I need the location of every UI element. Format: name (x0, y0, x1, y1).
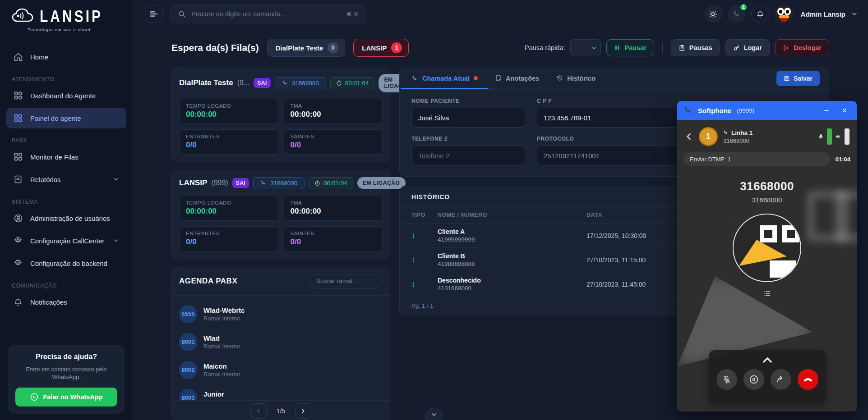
agenda-page-indicator: 1/5 (277, 407, 285, 415)
transfer-button[interactable] (771, 369, 791, 390)
cloud-voice-logo-icon (12, 7, 35, 25)
sidebar-item-config-backend[interactable]: Configuração do backend (6, 253, 126, 274)
avatar-mouth (780, 18, 788, 22)
caller-number-small: 31668000 (677, 196, 857, 204)
softphone-titlebar[interactable]: Softphone (9999) (677, 101, 857, 120)
logar-button[interactable]: Logar (725, 39, 770, 56)
agenda-search-input[interactable] (309, 274, 383, 288)
call-panel-tabs: Chamada Atual Anotações Histórico (400, 67, 829, 90)
whatsapp-button[interactable]: Falar no WhatsApp (15, 388, 117, 406)
stat-value: 0/0 (291, 237, 376, 247)
avatar-eye (760, 225, 777, 242)
phone-icon (282, 80, 288, 86)
user-circle-icon (14, 214, 23, 223)
agent-actions: Pausa rápida: Pausar Pausas (525, 39, 829, 56)
brand-name: LANSIP (40, 7, 103, 26)
sidebar-menu: Home ATENDIMENTO Dashboard do Agente Pai… (0, 36, 133, 340)
tab-anotacoes[interactable]: Anotações (495, 67, 539, 89)
active-call-number-chip[interactable]: 31668000 (275, 77, 326, 89)
tab-historico[interactable]: Histórico (556, 67, 596, 89)
agenda-list-item[interactable]: 8002 Maicon Ramal Interno (179, 356, 383, 384)
call-timer-chip: 00:01:04 (309, 177, 353, 189)
menu-toggle-button[interactable] (145, 5, 163, 23)
agenda-prev-page-button[interactable] (250, 403, 267, 419)
direction-badge: SAI (254, 78, 271, 88)
sidebar-item-admin-usuarios[interactable]: Administração de usuários (6, 208, 126, 228)
sidebar: LANSIP Tecnologia em voz e cloud Home AT… (0, 0, 133, 420)
agenda-list-item[interactable]: 8001 Wlad Ramal Interno (179, 328, 383, 356)
queue-chip-lansip[interactable]: LANSIP 1 (353, 39, 409, 57)
queue-chip-count: 1 (391, 42, 402, 53)
direction-badge: SAI (232, 178, 249, 188)
expand-controls-button[interactable] (762, 355, 773, 365)
sidebar-item-monitor-filas[interactable]: Monitor de Filas (6, 146, 126, 167)
bell-icon (14, 297, 23, 307)
deslogar-button[interactable]: Deslogar (775, 39, 829, 56)
extension-badge: 8003 (179, 389, 197, 400)
agenda-list-item[interactable]: 5555 Wlad-Webrtc Ramal Interno (179, 300, 383, 328)
numbered-list-icon[interactable] (677, 289, 857, 297)
close-button[interactable] (839, 105, 850, 116)
queue-name: DialPlate Teste (179, 78, 233, 87)
notifications-button[interactable] (751, 5, 769, 23)
agenda-list: 5555 Wlad-Webrtc Ramal Interno 8001 Wlad… (172, 296, 390, 400)
stat-label: ENTRANTES (186, 231, 272, 236)
agenda-next-page-button[interactable] (295, 403, 311, 419)
pause-button[interactable]: Pausar (606, 39, 654, 56)
history-number: 4131668000 (438, 285, 586, 292)
logar-button-label: Logar (744, 44, 762, 51)
pause-button-label: Pausar (624, 44, 646, 51)
call-duration: 01:04 (836, 156, 850, 163)
agenda-list-item[interactable]: 8003 Junior Ramal Interno (179, 384, 383, 400)
pausas-button[interactable]: Pausas (671, 39, 720, 56)
queue-chip-label: DialPlate Teste (276, 44, 323, 52)
sidebar-item-label: Dashboard do Agente (30, 92, 96, 100)
tab-chamada-atual[interactable]: Chamada Atual (411, 67, 478, 89)
active-call-indicator (474, 76, 478, 80)
dtmf-display: Enviar DTMF: 1 (683, 152, 830, 166)
sidebar-item-notificacoes[interactable]: Notificações (6, 292, 126, 312)
queue-ext: (9... (237, 79, 250, 87)
help-text: Entre em contato conosco pelo WhatsApp. (15, 365, 117, 381)
sidebar-item-painel-agente[interactable]: Painel do agente (6, 108, 126, 128)
search-icon (178, 10, 186, 18)
queue-chip-dialplate[interactable]: DialPlate Teste 0 (267, 39, 346, 57)
call-number: 31668000 (292, 80, 319, 87)
back-chevron-button[interactable] (684, 132, 693, 141)
chevron-down-icon[interactable] (851, 10, 858, 18)
theme-toggle-button[interactable] (704, 5, 722, 23)
stat-entrantes: ENTRANTES 0/0 (179, 129, 278, 155)
grid-icon (14, 114, 23, 123)
calls-button[interactable]: 1 (728, 5, 746, 23)
column-tipo: TIPO (411, 212, 438, 218)
stat-label: TMA (291, 200, 376, 205)
search-input[interactable] (191, 10, 341, 18)
global-search[interactable]: ⌘ K (170, 5, 366, 23)
sidebar-item-home[interactable]: Home (6, 46, 126, 67)
sidebar-item-dashboard-agente[interactable]: Dashboard do Agente (6, 85, 126, 106)
pausas-button-label: Pausas (689, 44, 712, 51)
column-nome-numero: NOME / NÚMERO (438, 212, 586, 218)
active-call-number-chip[interactable]: 31668000 (253, 177, 305, 189)
minimize-button[interactable] (821, 105, 832, 116)
pause-icon (614, 45, 620, 51)
agenda-title: AGENDA PABX (179, 277, 237, 286)
search-shortcut: ⌘ K (346, 11, 359, 18)
telefone-2-input[interactable] (411, 146, 525, 165)
history-name: Cliente B (438, 252, 586, 260)
line-row: 1 Linha 1 31668000 (677, 120, 857, 151)
sidebar-item-relatorios[interactable]: Relatórios (6, 169, 126, 190)
softphone-window: Softphone (9999) 1 Linha 1 (677, 100, 857, 412)
nome-paciente-input[interactable] (411, 108, 525, 128)
stat-label: TEMPO LOGADO (186, 103, 272, 109)
hold-button[interactable] (743, 369, 764, 390)
hangup-button[interactable] (798, 369, 818, 390)
quick-pause-select[interactable] (570, 39, 601, 56)
save-icon (784, 75, 790, 82)
mute-button[interactable] (716, 369, 737, 390)
line-number-badge[interactable]: 1 (699, 127, 718, 146)
user-avatar[interactable] (775, 5, 794, 23)
sidebar-item-config-callcenter[interactable]: Configuração CallCenter (6, 230, 126, 251)
save-button[interactable]: Salvar (776, 71, 820, 86)
gear-icon (14, 236, 23, 246)
